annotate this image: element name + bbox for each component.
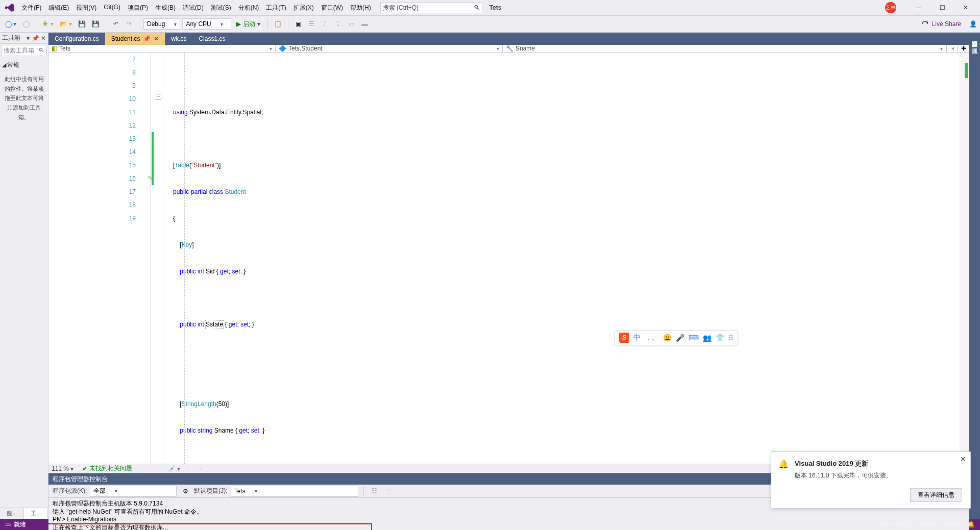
menu-edit[interactable]: 编辑(E) — [45, 2, 72, 14]
ime-punct[interactable]: ，。 — [645, 333, 659, 342]
notif-details-button[interactable]: 查看详细信息 — [910, 488, 962, 502]
tab-properties[interactable]: 属性 — [971, 42, 978, 46]
title-bar: 文件(F) 编辑(E) 视图(V) Git(G) 项目(P) 生成(B) 调试(… — [0, 0, 980, 15]
tab-wk[interactable]: wk.cs — [165, 33, 192, 45]
live-share-button[interactable]: Live Share 👤 — [921, 20, 977, 28]
menu-extensions[interactable]: 扩展(X) — [290, 2, 317, 14]
console-btn1[interactable]: ☷ — [369, 486, 380, 497]
pkg-source-combo[interactable]: 全部▾ — [90, 486, 177, 497]
ime-toolbar[interactable]: S 中 ，。 😀 🎤 ⌨ 👥 👕 ⠿ — [615, 330, 738, 345]
new-project-button[interactable]: 🞤 ▾ — [40, 18, 55, 30]
console-btn2[interactable]: ≣ — [383, 486, 395, 497]
code-body[interactable]: using System.Data.Entity.Spatial; [Table… — [164, 53, 960, 464]
menu-tools[interactable]: 工具(T) — [263, 2, 289, 14]
menu-project[interactable]: 项目(P) — [125, 2, 151, 14]
start-debug-button[interactable]: ▶ 启动 ▾ — [233, 20, 263, 29]
issues-indicator[interactable]: ✔ 未找到相关问题 — [82, 464, 132, 473]
settings-icon[interactable]: ⚙ — [180, 486, 191, 497]
close-icon[interactable]: ✕ — [154, 35, 159, 42]
tb-icon-6[interactable]: ▭ — [346, 18, 357, 30]
editor-scrollbar[interactable] — [960, 53, 969, 464]
app-title: Tets — [489, 4, 502, 11]
notif-body: 版本 16.11.0 下载完毕，可供安装。 — [795, 471, 962, 480]
right-dock: 解决方案资源管理器 属性 — [969, 33, 980, 519]
toolbox-empty-text: 此组中没有可用的控件。将某项拖至此文本可将其添加到工具箱。 — [2, 70, 46, 126]
tb-icon-7[interactable]: ▬ — [359, 18, 370, 30]
tb-icon-4[interactable]: ⤴ — [319, 18, 330, 30]
ime-lang[interactable]: 中 — [633, 333, 641, 342]
pkg-source-label: 程序包源(K): — [53, 487, 87, 495]
nav-right-icon[interactable]: → — [197, 465, 203, 472]
tab-solution-explorer[interactable]: 解决方案资源管理器 — [971, 35, 978, 39]
vs-logo-icon — [4, 2, 15, 13]
tb-icon-2[interactable]: ▣ — [292, 18, 304, 30]
menu-git[interactable]: Git(G) — [101, 2, 124, 14]
notif-title: Visual Studio 2019 更新 — [795, 459, 962, 468]
nav-combos: ◧Tets▾ 🔷Tets.Student▾ 🔧Sname▾ ⫞ ✚ — [48, 45, 969, 53]
tb-icon-1[interactable]: 📋 — [272, 18, 284, 30]
search-placeholder: 搜索 (Ctrl+Q) — [383, 4, 419, 12]
main-area: Configuration.cs Student.cs📌✕ wk.cs Clas… — [48, 33, 969, 519]
tb-icon-5[interactable]: ⤵ — [332, 18, 344, 30]
save-all-button[interactable]: 💾 — [90, 18, 102, 30]
undo-button[interactable]: ↶ — [110, 18, 121, 30]
body: 工具箱 ▾ 📌 ✕ 搜索工具箱🔍︎ ◢ 常规 此组中没有可用的控件。将某项拖至此… — [0, 33, 980, 519]
search-icon: 🔍︎ — [38, 47, 44, 54]
user-avatar[interactable]: 艺林 — [885, 2, 896, 13]
ime-emoji[interactable]: 😀 — [663, 334, 672, 342]
menu-test[interactable]: 测试(S) — [208, 2, 234, 14]
tb-icon-3[interactable]: ☰ — [306, 18, 317, 30]
minimize-button[interactable]: ─ — [909, 1, 929, 15]
menu-file[interactable]: 文件(F) — [18, 2, 44, 14]
menu-view[interactable]: 视图(V) — [73, 2, 100, 14]
tab-server[interactable]: 服... — [0, 508, 24, 519]
document-tabs: Configuration.cs Student.cs📌✕ wk.cs Clas… — [48, 33, 969, 45]
menu-debug[interactable]: 调试(D) — [180, 2, 207, 14]
maximize-button[interactable]: ☐ — [932, 1, 952, 15]
ime-people[interactable]: 👕 — [716, 334, 724, 342]
notif-close-icon[interactable]: ✕ — [960, 455, 966, 463]
watermark: https://blog.csdn.net/qq_46874327 — [878, 521, 964, 527]
menu-help[interactable]: 帮助(H) — [347, 2, 374, 14]
status-ready: 就绪 — [14, 520, 26, 529]
menu-build[interactable]: 生成(B) — [152, 2, 179, 14]
nav-member[interactable]: 🔧Sname▾ — [503, 45, 946, 52]
nav-project[interactable]: ◧Tets▾ — [48, 45, 276, 52]
toolbox-category[interactable]: ◢ 常规 — [2, 59, 46, 70]
default-proj-combo[interactable]: Tets▾ — [231, 486, 358, 497]
ime-voice[interactable]: 🎤 — [676, 334, 684, 342]
redo-button[interactable]: ↷ — [124, 18, 135, 30]
ime-grid[interactable]: ⠿ — [728, 334, 733, 342]
toolbox-header: 工具箱 ▾ 📌 ✕ — [0, 33, 48, 44]
eyedrop-icon[interactable]: 💉 ▾ — [168, 465, 180, 472]
pin-icon[interactable]: 📌 — [143, 35, 151, 42]
tab-configuration[interactable]: Configuration.cs — [48, 33, 105, 45]
platform-combo[interactable]: Any CPU▾ — [182, 18, 231, 30]
zoom-level[interactable]: 111 % ▾ — [52, 465, 77, 472]
save-button[interactable]: 💾 — [76, 18, 88, 30]
left-bottom-tabs: 服... 工... — [0, 508, 48, 519]
main-toolbar: ◯ ▾ ◯ 🞤 ▾ 📂 ▾ 💾 💾 ↶ ↷ Debug▾ Any CPU▾ ▶ … — [0, 15, 980, 33]
tab-toolbox[interactable]: 工... — [24, 508, 48, 519]
nav-left-icon[interactable]: ← — [185, 465, 191, 472]
config-combo[interactable]: Debug▾ — [143, 18, 180, 30]
menu-analyze[interactable]: 分析(N) — [235, 2, 262, 14]
nav-back-button[interactable]: ◯ ▾ — [3, 18, 18, 30]
nav-class[interactable]: 🔷Tets.Student▾ — [276, 45, 503, 52]
close-button[interactable]: ✕ — [955, 1, 976, 15]
tab-class1[interactable]: Class1.cs — [192, 33, 231, 45]
add-button[interactable]: ✚ — [958, 45, 969, 52]
toolbox-search[interactable]: 搜索工具箱🔍︎ — [1, 45, 47, 56]
pin-icon[interactable]: ▾ 📌 ✕ — [27, 35, 46, 42]
menu-window[interactable]: 窗口(W) — [318, 2, 346, 14]
ime-skin[interactable]: 👥 — [703, 334, 712, 342]
tab-student[interactable]: Student.cs📌✕ — [105, 33, 165, 45]
toolbox-panel: 工具箱 ▾ 📌 ✕ 搜索工具箱🔍︎ ◢ 常规 此组中没有可用的控件。将某项拖至此… — [0, 33, 48, 519]
split-button[interactable]: ⫞ — [946, 45, 958, 52]
default-proj-label: 默认项目(J): — [194, 487, 227, 495]
global-search[interactable]: 搜索 (Ctrl+Q) 🔍︎ — [380, 2, 482, 13]
open-button[interactable]: 📂 ▾ — [58, 18, 74, 30]
code-editor[interactable]: 78910111213141516171819 − ✎ using System… — [48, 53, 969, 464]
ime-keyboard[interactable]: ⌨ — [689, 334, 699, 342]
nav-fwd-button[interactable]: ◯ — [20, 18, 32, 30]
